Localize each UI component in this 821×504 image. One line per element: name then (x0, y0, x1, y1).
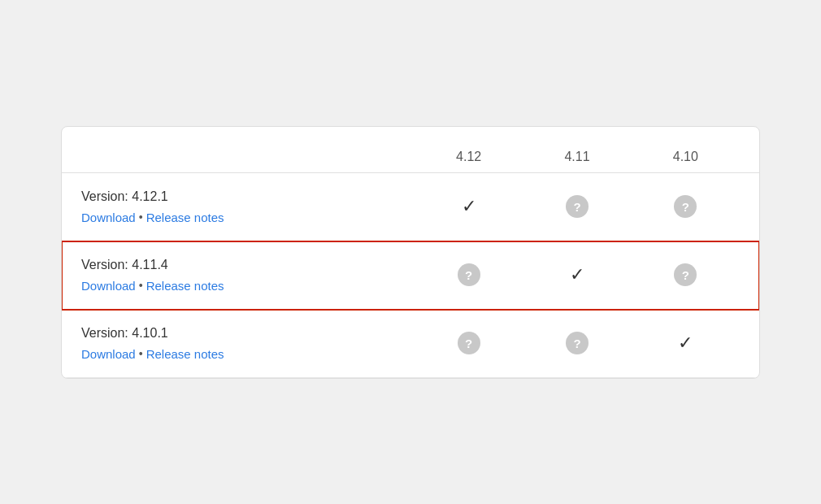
table-body: Version: 4.12.1Download • Release notes✓… (62, 173, 759, 378)
row-v4114-question-icon-2: ? (674, 263, 697, 286)
version-label-410: 4.10 (636, 150, 734, 164)
row-v4101-question-icon-1: ? (566, 332, 589, 354)
row-v4114-cells: ?✓? (415, 263, 740, 286)
row-v4121-dot: • (139, 211, 143, 224)
row-v4114-download-link[interactable]: Download (81, 279, 136, 293)
row-v4101-question-icon-0: ? (458, 332, 480, 354)
row-v4114-cell-0: ? (420, 263, 518, 286)
row-v4101-download-link[interactable]: Download (81, 347, 136, 361)
row-v4114-release-notes-link[interactable]: Release notes (146, 279, 224, 293)
row-v4121-download-link[interactable]: Download (81, 211, 136, 224)
version-labels: 4.12 4.11 4.10 (415, 150, 740, 164)
row-v4114-cell-2: ? (636, 263, 734, 286)
row-v4101-checkmark-2: ✓ (678, 332, 693, 354)
row-v4121-cell-1: ? (528, 195, 626, 218)
row-v4101-cell-2: ✓ (636, 332, 734, 354)
row-v4121-release-notes-link[interactable]: Release notes (146, 211, 224, 224)
row-v4114-version: Version: 4.11.4 (81, 258, 415, 272)
row-v4101-cells: ??✓ (415, 332, 740, 354)
plugin-versions-label (81, 161, 415, 164)
compatibility-table: 4.12 4.11 4.10 Version: 4.12.1Download •… (61, 126, 760, 379)
row-v4114-question-icon-0: ? (458, 263, 480, 286)
row-v4121-checkmark-0: ✓ (462, 196, 476, 217)
row-v4121-version: Version: 4.12.1 (81, 189, 415, 204)
row-v4101-release-notes-link[interactable]: Release notes (146, 347, 224, 361)
version-label-412: 4.12 (420, 150, 518, 164)
table-header: 4.12 4.11 4.10 (62, 127, 759, 173)
row-v4121-cells: ✓?? (415, 195, 740, 218)
version-label-411: 4.11 (528, 150, 626, 164)
row-v4114-cell-1: ✓ (528, 264, 626, 285)
row-v4114-info: Version: 4.11.4Download • Release notes (81, 258, 415, 293)
ckeditor-versions-group: 4.12 4.11 4.10 (415, 143, 740, 164)
row-v4121-question-icon-2: ? (674, 195, 697, 218)
row-v4121-info: Version: 4.12.1Download • Release notes (81, 189, 415, 224)
row-v4101-cell-1: ? (528, 332, 626, 354)
row-v4121-question-icon-1: ? (566, 195, 589, 218)
row-v4114-dot: • (139, 279, 143, 292)
row-v4121: Version: 4.12.1Download • Release notes✓… (62, 173, 759, 241)
row-v4101-cell-0: ? (420, 332, 518, 354)
row-v4101-dot: • (139, 347, 143, 360)
row-v4101-version: Version: 4.10.1 (81, 326, 415, 341)
row-v4114-checkmark-1: ✓ (570, 264, 584, 285)
row-v4121-cell-0: ✓ (420, 196, 518, 217)
row-v4121-cell-2: ? (636, 195, 734, 218)
row-v4114: Version: 4.11.4Download • Release notes?… (62, 241, 759, 310)
row-v4101: Version: 4.10.1Download • Release notes?… (62, 310, 759, 378)
row-v4101-info: Version: 4.10.1Download • Release notes (81, 326, 415, 361)
